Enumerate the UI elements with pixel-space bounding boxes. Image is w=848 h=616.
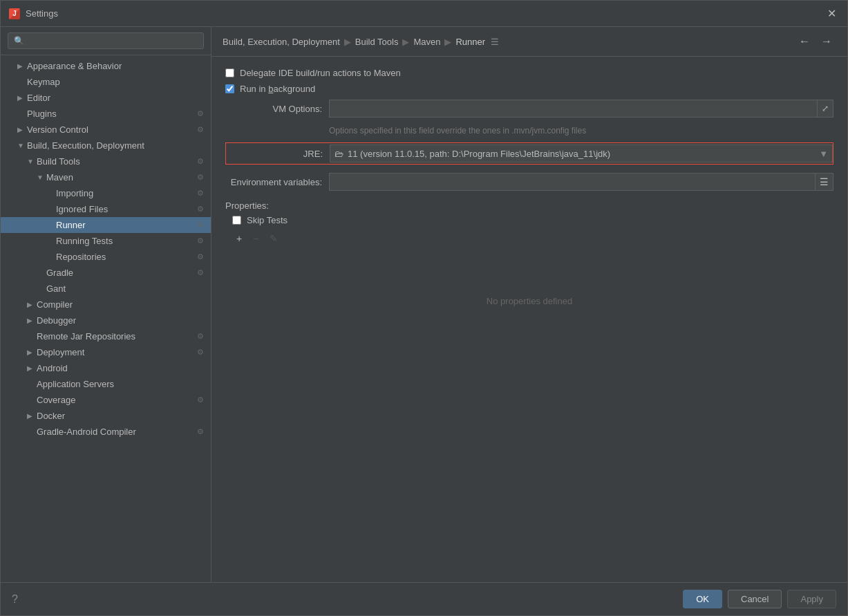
sidebar-item-plugins[interactable]: Plugins ⚙ (1, 106, 211, 122)
collapse-arrow: ▶ (17, 126, 27, 133)
breadcrumb-item-3[interactable]: Maven (413, 37, 440, 47)
gear-icon: ⚙ (197, 395, 204, 404)
sidebar-item-build-tools[interactable]: ▼ Build Tools ⚙ (1, 153, 211, 169)
search-input[interactable] (8, 32, 204, 49)
gear-icon: ⚙ (197, 252, 204, 261)
title-bar: J Settings ✕ (1, 1, 847, 27)
add-property-button[interactable]: + (232, 231, 246, 246)
sidebar-item-label: Version Control (27, 124, 194, 135)
skip-tests-checkbox[interactable] (232, 216, 241, 225)
sidebar-item-label: Keymap (27, 77, 204, 87)
sidebar-item-repositories[interactable]: Repositories ⚙ (1, 249, 211, 265)
sidebar-item-compiler[interactable]: ▶ Compiler (1, 297, 211, 312)
vm-options-expand-button[interactable]: ⤢ (818, 100, 833, 118)
back-button[interactable]: ← (795, 34, 814, 49)
main-content: Build, Execution, Deployment ▶ Build Too… (211, 27, 847, 582)
sidebar-item-label: Appearance & Behavior (27, 61, 204, 71)
sidebar-item-importing[interactable]: Importing ⚙ (1, 185, 211, 201)
sidebar-item-gradle-android[interactable]: Gradle-Android Compiler ⚙ (1, 424, 211, 440)
vm-options-label: VM Options: (225, 104, 322, 114)
properties-section: Properties: Skip Tests + − ✎ No properti… (225, 200, 833, 348)
sidebar-item-deployment[interactable]: ▶ Deployment ⚙ (1, 344, 211, 360)
sidebar-item-label: Compiler (37, 299, 204, 310)
breadcrumb-item-2[interactable]: Build Tools (355, 37, 399, 47)
sidebar-item-keymap[interactable]: Keymap (1, 74, 211, 90)
sidebar-item-label: Remote Jar Repositories (37, 331, 194, 342)
breadcrumb-sep-2: ▶ (402, 37, 409, 47)
jre-label: JRE: (226, 149, 323, 159)
sidebar-item-label: Maven (46, 172, 194, 183)
collapse-arrow: ▼ (27, 158, 37, 165)
forward-button[interactable]: → (817, 34, 836, 49)
run-background-checkbox-row: Run in background (225, 84, 833, 94)
breadcrumb-item-1[interactable]: Build, Execution, Deployment (223, 37, 340, 47)
gear-icon: ⚙ (197, 109, 204, 118)
env-vars-browse-button[interactable]: ☰ (816, 173, 833, 191)
sidebar-item-coverage[interactable]: Coverage ⚙ (1, 392, 211, 408)
sidebar-item-running-tests[interactable]: Running Tests ⚙ (1, 233, 211, 249)
sidebar-item-runner[interactable]: Runner ⚙ (1, 217, 211, 233)
sidebar-item-appearance[interactable]: ▶ Appearance & Behavior (1, 58, 211, 74)
collapse-arrow: ▶ (27, 301, 37, 308)
sidebar-item-docker[interactable]: ▶ Docker (1, 408, 211, 424)
settings-panel: Delegate IDE build/run actions to Maven … (211, 57, 847, 582)
app-icon: J (9, 8, 20, 19)
sidebar-item-editor[interactable]: ▶ Editor (1, 90, 211, 106)
sidebar-item-app-servers[interactable]: Application Servers (1, 376, 211, 392)
vm-options-hint: Options specified in this field override… (329, 126, 833, 136)
sidebar-item-android[interactable]: ▶ Android (1, 360, 211, 376)
sidebar-item-ignored-files[interactable]: Ignored Files ⚙ (1, 201, 211, 217)
collapse-arrow: ▼ (37, 174, 46, 181)
sidebar-item-remote-jar[interactable]: Remote Jar Repositories ⚙ (1, 328, 211, 344)
edit-property-button[interactable]: ✎ (265, 231, 282, 246)
gear-icon: ⚙ (197, 236, 204, 245)
sidebar-item-label: Ignored Files (56, 204, 194, 214)
settings-dialog: J Settings ✕ ▶ Appearance & Behavior Key… (0, 0, 848, 616)
env-vars-row: Environment variables: ☰ (225, 173, 833, 191)
sidebar-item-label: Repositories (56, 252, 194, 262)
apply-button[interactable]: Apply (787, 590, 836, 608)
delegate-checkbox[interactable] (225, 68, 234, 77)
collapse-arrow: ▶ (27, 348, 37, 356)
nav-arrows: ← → (795, 34, 836, 49)
gear-icon: ⚙ (197, 125, 204, 134)
gear-icon: ⚙ (197, 332, 204, 341)
gear-icon: ⚙ (197, 157, 204, 166)
sidebar-item-label: Android (37, 363, 204, 373)
collapse-arrow: ▶ (17, 62, 27, 70)
cancel-button[interactable]: Cancel (728, 590, 782, 608)
breadcrumb-item-4[interactable]: Runner (455, 37, 485, 47)
jre-folder-icon: 🗁 (335, 149, 343, 159)
gear-icon: ⚙ (197, 427, 204, 436)
sidebar-item-gant[interactable]: Gant (1, 281, 211, 297)
vm-options-input[interactable] (329, 100, 818, 118)
sidebar-item-gradle[interactable]: Gradle ⚙ (1, 265, 211, 281)
sidebar-item-label: Gant (46, 283, 204, 294)
dialog-title: Settings (26, 8, 825, 19)
help-button[interactable]: ? (12, 593, 18, 606)
sidebar-item-label: Build Tools (37, 156, 194, 167)
sidebar-item-version-control[interactable]: ▶ Version Control ⚙ (1, 122, 211, 138)
sidebar-item-label: Plugins (27, 109, 194, 119)
properties-label: Properties: (225, 200, 833, 211)
ok-button[interactable]: OK (683, 590, 722, 608)
sidebar-item-label: Application Servers (37, 379, 204, 389)
sidebar-item-label: Coverage (37, 395, 194, 405)
run-background-checkbox[interactable] (225, 84, 234, 93)
collapse-arrow: ▼ (17, 142, 27, 149)
breadcrumb-menu-button[interactable]: ☰ (491, 37, 499, 47)
jre-dropdown[interactable]: 🗁 11 (version 11.0.15, path: D:\Program … (330, 144, 833, 162)
sidebar-item-label: Editor (27, 93, 204, 103)
sidebar-item-maven[interactable]: ▼ Maven ⚙ (1, 169, 211, 185)
env-vars-input[interactable] (329, 173, 816, 191)
close-button[interactable]: ✕ (825, 4, 839, 23)
gear-icon: ⚙ (197, 348, 204, 357)
sidebar-item-build-execution[interactable]: ▼ Build, Execution, Deployment (1, 138, 211, 153)
jre-row: JRE: 🗁 11 (version 11.0.15, path: D:\Pro… (225, 142, 833, 165)
breadcrumb-bar: Build, Execution, Deployment ▶ Build Too… (211, 27, 847, 57)
jre-value: 11 (version 11.0.15, path: D:\Program Fi… (348, 149, 815, 159)
sidebar-item-debugger[interactable]: ▶ Debugger (1, 312, 211, 328)
remove-property-button[interactable]: − (249, 231, 263, 246)
collapse-arrow: ▶ (27, 412, 37, 420)
sidebar-item-label: Importing (56, 188, 194, 198)
